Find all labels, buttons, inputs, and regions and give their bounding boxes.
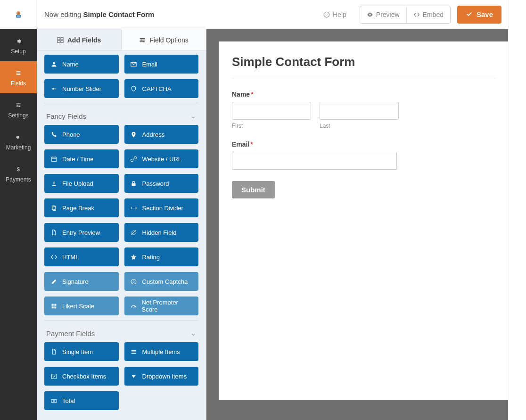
form-canvas[interactable]: Simple Contact Form Name* First Last Ema… xyxy=(219,41,508,400)
field-label: Entry Preview xyxy=(62,229,100,236)
tab-add-fields[interactable]: Add Fields xyxy=(37,29,122,50)
rail-item-fields[interactable]: Fields xyxy=(0,61,37,93)
fields-panel: Add Fields Field Options NameEmailNumber… xyxy=(37,29,206,420)
svg-rect-6 xyxy=(16,15,21,18)
svg-rect-39 xyxy=(54,306,56,308)
field-label: Address xyxy=(142,131,165,138)
rail-item-payments[interactable]: $Payments xyxy=(0,157,37,189)
field-signature[interactable]: Signature xyxy=(44,272,119,291)
panel-body: NameEmailNumber SliderCAPTCHAFancy Field… xyxy=(37,51,206,420)
form-field-name[interactable]: Name* First Last xyxy=(232,91,496,129)
svg-rect-36 xyxy=(51,304,53,305)
envelope-icon xyxy=(130,61,138,67)
field-label: Checkbox Items xyxy=(62,373,106,380)
svg-point-14 xyxy=(19,106,20,107)
sliders-icon xyxy=(16,102,21,108)
file-icon xyxy=(51,349,57,355)
field-label: Section Divider xyxy=(142,205,183,212)
field-multiple-items[interactable]: Multiple Items xyxy=(124,342,199,361)
embed-button[interactable]: Embed xyxy=(407,6,450,23)
phone-icon xyxy=(50,132,58,138)
save-button[interactable]: Save xyxy=(457,6,501,24)
field-label: Multiple Items xyxy=(142,348,180,355)
field-net-promoter-score[interactable]: Net Promoter Score xyxy=(124,296,199,315)
field-dropdown-items[interactable]: Dropdown Items xyxy=(124,367,199,386)
gauge-icon xyxy=(130,303,137,309)
help-link[interactable]: ? Help xyxy=(317,6,353,23)
sliders-icon xyxy=(139,37,146,43)
svg-point-22 xyxy=(143,38,144,39)
rail-item-setup[interactable]: Setup xyxy=(0,29,37,61)
field-email[interactable]: Email xyxy=(124,55,199,74)
first-name-input[interactable] xyxy=(232,102,311,120)
preview-button[interactable]: Preview xyxy=(360,6,407,23)
field-single-item[interactable]: Single Item xyxy=(44,342,119,361)
phone-icon xyxy=(51,132,57,138)
code-icon xyxy=(51,254,57,260)
svg-line-33 xyxy=(132,230,136,235)
svg-point-23 xyxy=(141,39,142,41)
svg-point-12 xyxy=(18,103,19,104)
editing-label: Now editing Simple Contact Form xyxy=(44,10,154,18)
field-label: Number Slider xyxy=(62,85,101,92)
field-custom-captcha[interactable]: ?Custom Captcha xyxy=(124,272,199,291)
gear-icon xyxy=(16,38,21,44)
svg-point-28 xyxy=(52,88,54,90)
email-input[interactable] xyxy=(232,152,397,170)
money-icon xyxy=(51,398,57,404)
section-head[interactable]: Fancy Fields⌄ xyxy=(44,103,198,125)
section-title: Fancy Fields xyxy=(46,112,86,120)
field-password[interactable]: Password xyxy=(124,174,199,193)
field-date-time[interactable]: Date / Time xyxy=(44,149,119,168)
tab-field-options[interactable]: Field Options xyxy=(122,29,206,50)
rail-item-marketing[interactable]: Marketing xyxy=(0,125,37,157)
field-page-break[interactable]: Page Break xyxy=(44,198,119,217)
field-label: CAPTCHA xyxy=(142,85,172,92)
form-field-email[interactable]: Email* xyxy=(232,140,496,170)
field-section-divider[interactable]: Section Divider xyxy=(124,198,199,217)
svg-rect-8 xyxy=(16,16,20,17)
rail-item-settings[interactable]: Settings xyxy=(0,93,37,125)
rail-label: Setup xyxy=(11,48,25,55)
chevron-down-icon: ⌄ xyxy=(190,112,197,120)
last-name-input[interactable] xyxy=(320,102,399,120)
field-total[interactable]: Total xyxy=(44,391,119,410)
field-file-upload[interactable]: File Upload xyxy=(44,174,119,193)
field-label: Email* xyxy=(232,140,496,148)
wpforms-logo-icon xyxy=(15,11,22,18)
svg-point-0 xyxy=(16,11,20,15)
field-number-slider[interactable]: Number Slider xyxy=(44,79,119,98)
eye-slash-icon xyxy=(130,230,138,236)
rail-label: Fields xyxy=(11,80,26,87)
svg-text:?: ? xyxy=(132,279,134,283)
field-hidden-field[interactable]: Hidden Field xyxy=(124,223,199,242)
section-title: Payment Fields xyxy=(46,329,95,338)
field-entry-preview[interactable]: Entry Preview xyxy=(44,223,119,242)
field-label: Email xyxy=(142,61,158,68)
field-likert-scale[interactable]: Likert Scale xyxy=(44,296,119,315)
check-square-icon xyxy=(50,373,58,379)
field-address[interactable]: Address xyxy=(124,125,199,144)
copy-icon xyxy=(51,205,57,211)
field-name[interactable]: Name xyxy=(44,55,119,74)
section-head[interactable]: Payment Fields⌄ xyxy=(44,320,198,342)
app-logo xyxy=(0,0,37,29)
money-icon xyxy=(50,398,58,404)
submit-button[interactable]: Submit xyxy=(232,181,275,198)
field-phone[interactable]: Phone xyxy=(44,125,119,144)
field-captcha[interactable]: CAPTCHA xyxy=(124,79,199,98)
calendar-icon xyxy=(50,156,58,162)
field-checkbox-items[interactable]: Checkbox Items xyxy=(44,367,119,386)
file-icon xyxy=(50,230,58,236)
svg-rect-21 xyxy=(61,40,63,42)
preview-stage: Simple Contact Form Name* First Last Ema… xyxy=(206,29,508,420)
list-icon xyxy=(16,70,21,76)
field-html[interactable]: HTML xyxy=(44,247,119,266)
field-website-url[interactable]: Website / URL xyxy=(124,149,199,168)
chevron-down-icon: ⌄ xyxy=(190,329,197,338)
svg-point-24 xyxy=(143,41,145,42)
field-label: Password xyxy=(142,180,169,187)
help-icon: ? xyxy=(323,11,330,18)
field-rating[interactable]: Rating xyxy=(124,247,199,266)
dollar-icon: $ xyxy=(16,166,21,172)
